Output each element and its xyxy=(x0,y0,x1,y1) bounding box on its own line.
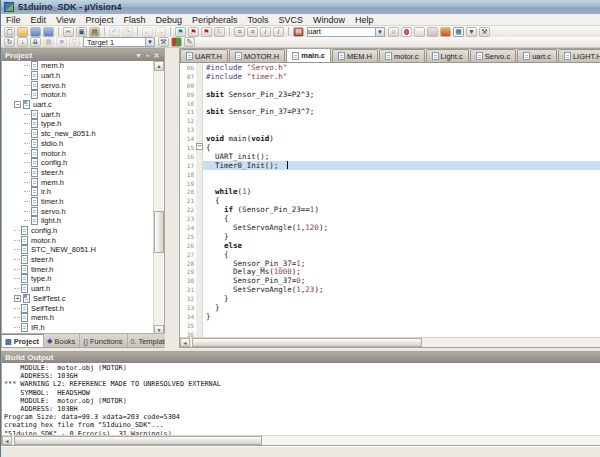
stop-build-icon[interactable]: ■ xyxy=(56,37,67,47)
panel-splitter[interactable] xyxy=(165,48,179,348)
editor-tab-mem-h[interactable]: MEM.H xyxy=(332,49,378,62)
tree-item[interactable]: +SelfTest.c xyxy=(2,294,164,304)
tree-item[interactable]: light.h xyxy=(2,216,164,226)
close-icon[interactable]: ✕ xyxy=(152,50,161,61)
code-line[interactable]: 06#include "Servo.h" xyxy=(180,63,600,72)
unindent-icon[interactable]: ≡ xyxy=(234,27,245,37)
manage-components-icon[interactable] xyxy=(171,37,182,47)
panel-tab-project[interactable]: ▤Project xyxy=(2,334,44,347)
code-line[interactable]: 08 xyxy=(180,81,600,90)
tree-item[interactable]: stdio.h xyxy=(2,139,164,149)
tree-item[interactable]: config.h xyxy=(2,226,164,236)
code-line[interactable]: 35 xyxy=(180,321,600,330)
panel-tab-books[interactable]: ◆Books xyxy=(44,334,80,347)
rebuild-icon[interactable]: ⇊ xyxy=(30,37,41,47)
code-line[interactable]: 15−{ xyxy=(180,143,600,152)
tree-item[interactable]: timer.h xyxy=(2,264,164,274)
code-line[interactable]: 16 UART_init(); xyxy=(180,152,600,161)
tree-item[interactable]: motor.h xyxy=(2,148,164,158)
menu-item-view[interactable]: View xyxy=(51,14,80,26)
target-select[interactable]: Target 1 ▼ xyxy=(83,37,155,47)
code-line[interactable]: 07#include "timer.h" xyxy=(180,72,600,81)
tree-item[interactable]: STC_NEW_8051.H xyxy=(2,245,164,255)
tree-item[interactable]: uart.h xyxy=(2,71,164,81)
new-file-icon[interactable]: ▢ xyxy=(4,27,15,37)
scroll-left-icon[interactable]: ◄ xyxy=(2,436,12,445)
menu-item-edit[interactable]: Edit xyxy=(26,14,52,26)
tree-item[interactable]: mem.h xyxy=(2,313,164,323)
code-area[interactable]: 06#include "Servo.h"07#include "timer.h"… xyxy=(180,63,600,339)
copy-icon[interactable]: ▣ xyxy=(76,27,87,37)
tree-item[interactable]: config.h xyxy=(2,158,164,168)
code-line[interactable]: 17 Timer0_Init(); xyxy=(180,161,600,170)
find-in-files-icon[interactable]: ▤ xyxy=(293,27,304,37)
tree-item[interactable]: uart.h xyxy=(2,284,164,294)
menu-item-file[interactable]: File xyxy=(1,14,26,26)
prev-bookmark-icon[interactable]: ⚑ xyxy=(188,27,199,37)
search-input[interactable] xyxy=(308,28,375,36)
next-bookmark-icon[interactable]: ⚑ xyxy=(201,27,212,37)
project-tree-scrollbar[interactable]: ▲ ▼ xyxy=(153,61,163,335)
menu-item-svcs[interactable]: SVCS xyxy=(274,14,309,26)
save-all-icon[interactable] xyxy=(43,27,54,37)
editor-tab-servo-c[interactable]: Servo.c xyxy=(470,49,516,62)
wrench-icon[interactable]: ⚒ xyxy=(479,27,490,37)
options-for-target-icon[interactable]: ⚒ xyxy=(158,37,169,47)
breakpoint-disable-icon[interactable] xyxy=(414,27,425,37)
tree-item[interactable]: motor.h xyxy=(2,235,164,245)
tree-item[interactable]: steer.h xyxy=(2,168,164,178)
scroll-up-icon[interactable]: ▲ xyxy=(154,61,164,71)
code-line[interactable]: 26 else xyxy=(180,241,600,250)
editor-tab-light-c[interactable]: Light.c xyxy=(426,49,469,62)
tree-item[interactable]: timer.h xyxy=(2,197,164,207)
pin-icon[interactable]: ▪ xyxy=(143,50,152,61)
translate-icon[interactable]: ↻ xyxy=(4,37,15,47)
indent-icon[interactable]: ≡ xyxy=(247,27,258,37)
tree-item[interactable]: motor.h xyxy=(2,90,164,100)
code-line[interactable]: 11sbit Sensor_Pin_37=P3^7; xyxy=(180,107,600,116)
redo-icon[interactable]: ↷ xyxy=(122,27,133,37)
code-line[interactable]: 12 xyxy=(180,116,600,125)
tree-item[interactable]: −uart.c xyxy=(2,100,164,110)
dropdown-caret-icon[interactable]: ▼ xyxy=(466,27,477,37)
fold-collapse-icon[interactable]: − xyxy=(196,143,203,150)
scrollbar-thumb[interactable] xyxy=(154,211,164,253)
panel-tab-functions[interactable]: {}Functions xyxy=(80,334,127,347)
menu-item-window[interactable]: Window xyxy=(308,14,350,26)
cut-icon[interactable]: ✂ xyxy=(63,27,74,37)
tree-item[interactable]: servo.h xyxy=(2,206,164,216)
code-line[interactable]: 10 xyxy=(180,99,600,108)
code-line[interactable]: 34} xyxy=(180,312,600,321)
tree-item[interactable]: steer.h xyxy=(2,255,164,265)
code-line[interactable]: 22 if (Sensor_Pin_23==1) xyxy=(180,205,600,214)
code-line[interactable]: 13 xyxy=(180,125,600,134)
tree-item[interactable]: SelfTest.h xyxy=(2,303,164,313)
bookmark-icon[interactable]: ⚑ xyxy=(175,27,186,37)
editor-tab-light-h[interactable]: LIGHT.H xyxy=(558,49,600,62)
code-line[interactable]: 18 xyxy=(180,170,600,179)
code-line[interactable]: 30 Sensor_Pin_37=0; xyxy=(180,276,600,285)
tree-item[interactable]: uart.h xyxy=(2,109,164,119)
editor-tab-uart-h[interactable]: UART.H xyxy=(180,49,228,62)
tree-item[interactable]: mem.h xyxy=(2,61,164,71)
chevron-down-icon[interactable]: ▼ xyxy=(145,38,154,46)
comment-icon[interactable]: / xyxy=(260,27,271,37)
nav-forward-icon[interactable]: → xyxy=(155,27,166,37)
code-line[interactable]: 28 Sensor_Pin_37=1; xyxy=(180,259,600,268)
editor-tab-motor-h[interactable]: MOTOR.H xyxy=(229,49,285,62)
build-icon[interactable]: ↓ xyxy=(17,37,28,47)
tree-item[interactable]: type.h xyxy=(2,274,164,284)
breakpoint-kill-icon[interactable] xyxy=(427,27,438,37)
file-extensions-icon[interactable]: ✎ xyxy=(184,37,195,47)
collapse-icon[interactable]: − xyxy=(14,101,21,108)
menu-item-flash[interactable]: Flash xyxy=(118,14,150,26)
window-layout-icon[interactable]: ▦ xyxy=(453,27,464,37)
code-line[interactable]: 21 { xyxy=(180,196,600,205)
menu-item-tools[interactable]: Tools xyxy=(242,14,273,26)
find-icon[interactable]: ○ xyxy=(388,27,399,37)
clear-bookmarks-icon[interactable]: ⚐ xyxy=(214,27,225,37)
chevron-down-icon[interactable]: ▼ xyxy=(375,28,384,36)
titlebar[interactable]: 51duino_SDK - µVision4 xyxy=(1,0,600,14)
menu-item-help[interactable]: Help xyxy=(350,14,379,26)
menu-item-debug[interactable]: Debug xyxy=(150,14,187,26)
